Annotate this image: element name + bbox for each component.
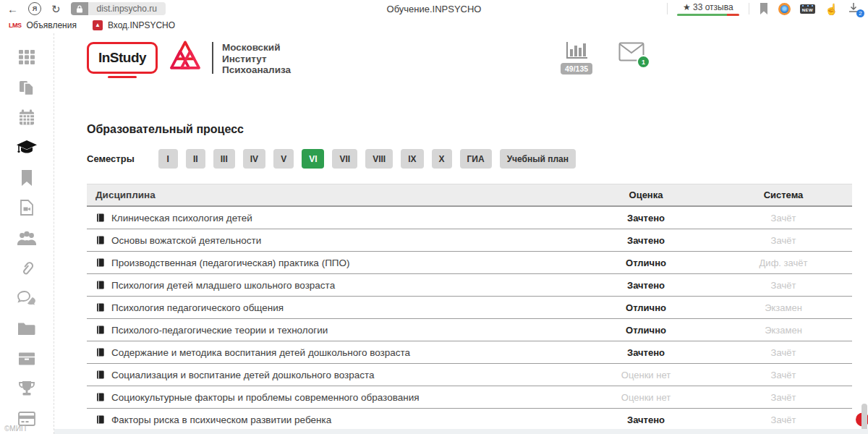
table-row[interactable]: Психология детей младшего школьного возр… — [87, 274, 852, 297]
system-value: Экзамен — [715, 302, 852, 313]
refresh-icon[interactable]: ↻ — [51, 4, 61, 14]
page-heading: Образовательный процесс — [87, 123, 244, 136]
sidebar-item-folder[interactable] — [11, 313, 43, 344]
sidebar-item-trophy[interactable] — [11, 374, 43, 404]
mail-count-badge: 1 — [637, 55, 650, 69]
semester-button-IX[interactable]: IX — [401, 149, 423, 169]
video-file-icon — [19, 199, 35, 216]
sidebar-nav: ©МИП — [0, 33, 54, 434]
book-icon — [95, 325, 106, 335]
sidebar-item-chat[interactable] — [11, 284, 43, 314]
discipline-name[interactable]: Психология педагогического общения — [87, 302, 577, 313]
semester-button-ГИА[interactable]: ГИА — [460, 149, 492, 169]
app-header: InStudy Московский Институт Психоанализа… — [54, 33, 868, 86]
sidebar-item-grid[interactable] — [11, 42, 43, 72]
semester-button-VII[interactable]: VII — [332, 149, 357, 169]
table-row[interactable]: Психолого-педагогические теории и технол… — [87, 319, 852, 341]
semester-button-VIII[interactable]: VIII — [365, 149, 393, 169]
sidebar-item-paperclip[interactable] — [11, 253, 43, 284]
system-value: Зачёт — [715, 392, 852, 403]
discipline-name[interactable]: Психолого-педагогические теории и технол… — [87, 325, 577, 336]
discipline-name[interactable]: Производственная (педагогическая) практи… — [87, 258, 577, 268]
calendar-icon — [18, 109, 35, 126]
table-header-row: Дисциплина Оценка Система — [87, 184, 852, 207]
discipline-name[interactable]: Психология детей младшего школьного возр… — [87, 280, 577, 291]
semester-row: Семестры IIIIIIIVVVIVIIVIIIIXXГИАУчебный… — [87, 149, 576, 169]
reviews-widget[interactable]: ★ 33 отзыва — [677, 2, 739, 16]
discipline-name[interactable]: Факторы риска в психическом развитии реб… — [87, 414, 577, 425]
sidebar-item-users[interactable] — [11, 223, 43, 253]
browser-toolbar: ← Я ↻ dist.inpsycho.ru Обучение.INPSYCHO… — [0, 0, 868, 17]
extension-circle-icon[interactable] — [778, 3, 791, 15]
mail-widget[interactable]: 1 — [618, 42, 644, 64]
bookmarks-bar: LMS Объявления ▲ Вход.INPSYCHO — [0, 17, 868, 34]
semester-button-V[interactable]: V — [273, 149, 294, 169]
column-header-discipline: Дисциплина — [87, 190, 577, 200]
semester-button-II[interactable]: II — [186, 149, 205, 169]
book-icon — [95, 280, 106, 290]
table-row[interactable]: Психология педагогического общенияОтличн… — [87, 297, 852, 319]
grade-value: Зачтено — [577, 414, 715, 425]
semester-button-III[interactable]: III — [213, 149, 235, 169]
hand-extension-icon[interactable]: ☝ — [825, 4, 838, 14]
sidebar-item-calendar[interactable] — [11, 102, 43, 132]
mip-mini-icon: ▲ — [93, 20, 103, 30]
sidebar-item-video-file[interactable] — [11, 192, 43, 223]
column-header-system: Система — [715, 190, 852, 200]
book-icon — [95, 213, 106, 223]
sidebar-item-bookmark[interactable] — [11, 163, 43, 193]
discipline-name[interactable]: Социализация и воспитание детей дошкольн… — [87, 370, 577, 380]
table-row[interactable]: Производственная (педагогическая) практи… — [87, 252, 852, 274]
semester-button-X[interactable]: X — [432, 149, 452, 169]
grade-value: Зачтено — [577, 235, 715, 246]
bookmark-lms[interactable]: LMS Объявления — [9, 20, 77, 30]
progress-widget[interactable]: 49/135 — [561, 41, 592, 75]
book-icon — [95, 347, 106, 357]
address-bar[interactable]: dist.inpsycho.ru — [71, 2, 166, 15]
bookmark-label: Вход.INPSYCHO — [108, 20, 175, 30]
archive-icon — [17, 350, 36, 367]
rating-bar — [677, 14, 739, 16]
bookmark-flag-icon[interactable] — [759, 3, 769, 14]
downloads-icon[interactable]: 2 — [848, 2, 861, 15]
table-row[interactable]: Социализация и воспитание детей дошкольн… — [87, 364, 852, 386]
table-row[interactable]: Содержание и методика воспитания детей д… — [87, 341, 852, 364]
disciplines-table: Дисциплина Оценка Система Клиническая пс… — [87, 184, 852, 431]
divider — [667, 3, 668, 14]
book-icon — [95, 235, 106, 245]
bar-chart-icon — [564, 41, 589, 61]
semester-button-VI[interactable]: VI — [302, 149, 324, 169]
bookmark-vhod-inpsycho[interactable]: ▲ Вход.INPSYCHO — [93, 20, 175, 30]
discipline-name[interactable]: Основы вожатской деятельности — [87, 235, 577, 246]
sidebar-item-documents[interactable] — [11, 72, 43, 103]
bottom-strip — [54, 429, 868, 434]
main-content: Образовательный процесс Семестры IIIIIII… — [54, 85, 868, 434]
grade-value: Зачтено — [577, 213, 715, 224]
discipline-name[interactable]: Содержание и методика воспитания детей д… — [87, 347, 577, 358]
sidebar-item-graduation-cap[interactable] — [11, 132, 43, 163]
lms-icon: LMS — [9, 22, 22, 29]
semester-button-Учебный план[interactable]: Учебный план — [500, 149, 576, 169]
users-icon — [17, 229, 37, 247]
url-text: dist.inpsycho.ru — [88, 2, 166, 15]
table-row[interactable]: Основы вожатской деятельностиЗачтеноЗачё… — [87, 229, 852, 252]
semester-button-I[interactable]: I — [158, 149, 178, 169]
browser-logo-icon[interactable]: Я — [28, 2, 41, 15]
grade-value: Отлично — [577, 325, 715, 336]
back-icon[interactable]: ← — [7, 4, 18, 14]
new-extension-icon[interactable]: NEW — [800, 4, 816, 14]
table-row[interactable]: Факторы риска в психическом развитии реб… — [87, 409, 852, 431]
semester-button-IV[interactable]: IV — [243, 149, 265, 169]
discipline-name[interactable]: Клиническая психология детей — [87, 213, 577, 224]
book-icon — [95, 370, 106, 380]
sidebar-item-archive[interactable] — [11, 344, 43, 374]
mip-logo-icon[interactable] — [166, 39, 204, 80]
column-header-grade: Оценка — [577, 190, 715, 200]
divider — [749, 3, 749, 14]
table-row[interactable]: Клиническая психология детейЗачтеноЗачёт — [87, 207, 852, 229]
system-value: Зачёт — [715, 213, 852, 224]
discipline-name[interactable]: Социокультурные факторы и проблемы совре… — [87, 392, 577, 403]
instudy-logo[interactable]: InStudy — [87, 42, 158, 74]
semesters-label: Семестры — [87, 153, 135, 164]
table-row[interactable]: Социокультурные факторы и проблемы совре… — [87, 386, 852, 409]
